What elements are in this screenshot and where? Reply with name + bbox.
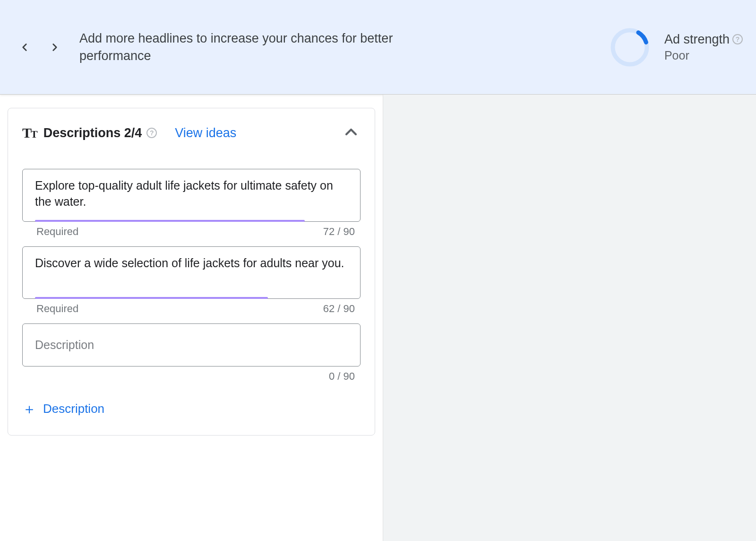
chevron-left-icon [18, 41, 31, 53]
plus-icon: ＋ [22, 402, 36, 416]
char-count: 62 / 90 [323, 303, 355, 315]
description-input[interactable]: Description [22, 323, 361, 366]
prev-button[interactable] [9, 32, 40, 62]
descriptions-card: TT Descriptions 2/4 ? View ideas [8, 108, 375, 436]
next-button[interactable] [40, 32, 70, 62]
card-title: Descriptions 2/4 [43, 126, 142, 140]
chevron-up-icon [342, 122, 361, 141]
progress-underline [35, 220, 305, 222]
banner-nav [9, 32, 70, 62]
add-description-button[interactable]: ＋ Description [22, 401, 361, 416]
description-placeholder: Description [35, 338, 94, 351]
view-ideas-link[interactable]: View ideas [175, 126, 236, 140]
banner-message: Add more headlines to increase your chan… [79, 30, 448, 64]
description-textarea[interactable] [35, 178, 348, 210]
text-format-icon: TT [22, 125, 37, 141]
collapse-button[interactable] [342, 122, 361, 143]
ad-strength-label: Ad strength [664, 32, 730, 47]
help-icon[interactable]: ? [732, 34, 743, 44]
description-input[interactable] [22, 246, 361, 299]
description-input[interactable] [22, 169, 361, 222]
description-field: Required 72 / 90 [22, 169, 361, 238]
ad-strength-ring-icon [609, 26, 651, 69]
description-field: Description 0 / 90 [22, 323, 361, 383]
char-count: 0 / 90 [329, 370, 355, 383]
required-label: Required [36, 303, 78, 315]
required-label: Required [36, 226, 78, 238]
help-icon[interactable]: ? [146, 128, 157, 138]
description-field: Required 62 / 90 [22, 246, 361, 315]
ad-strength-value: Poor [664, 49, 743, 62]
add-description-label: Description [43, 401, 104, 416]
preview-panel [383, 95, 756, 541]
description-textarea[interactable] [35, 255, 348, 288]
char-count: 72 / 90 [323, 226, 355, 238]
progress-underline [35, 297, 268, 299]
chevron-right-icon [49, 41, 61, 53]
suggestion-banner: Add more headlines to increase your chan… [0, 0, 756, 95]
ad-strength: Ad strength ? Poor [609, 26, 743, 69]
